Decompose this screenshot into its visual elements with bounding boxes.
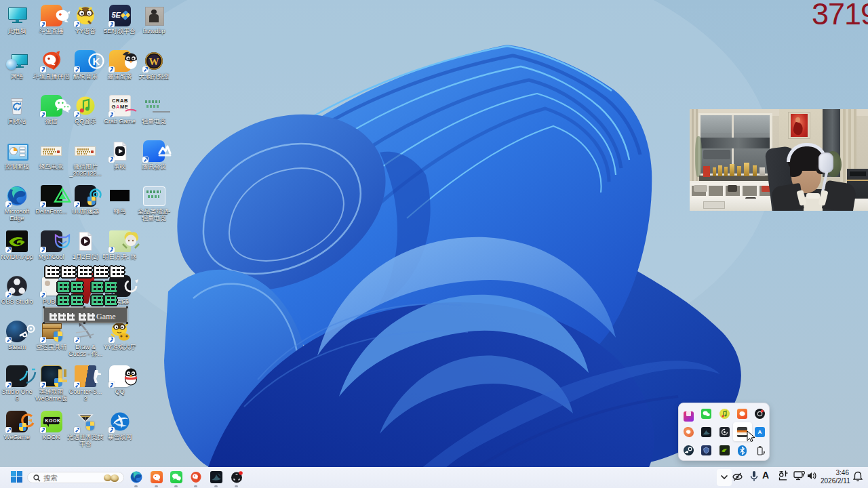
svg-text:W: W xyxy=(149,56,159,66)
